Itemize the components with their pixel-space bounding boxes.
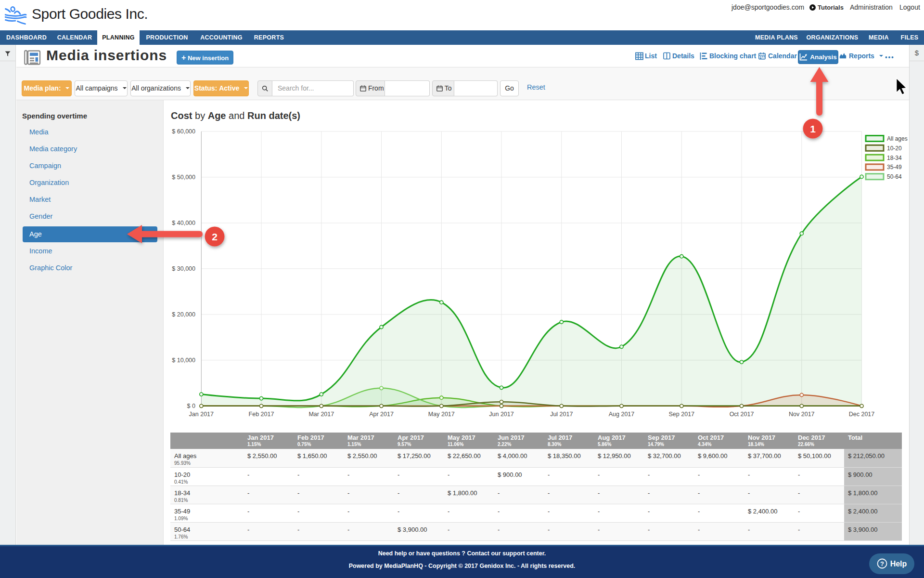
svg-text:Sep 2017: Sep 2017 bbox=[669, 411, 695, 418]
svg-text:Jan 2017: Jan 2017 bbox=[189, 411, 214, 418]
svg-text:$ 10,000: $ 10,000 bbox=[172, 357, 195, 364]
svg-text:$ 50,000: $ 50,000 bbox=[172, 174, 195, 181]
svg-text:Jun 2017: Jun 2017 bbox=[489, 411, 513, 418]
svg-text:$ 20,000: $ 20,000 bbox=[172, 311, 195, 318]
svg-text:1: 1 bbox=[810, 123, 816, 134]
svg-text:$ 60,000: $ 60,000 bbox=[172, 128, 195, 135]
svg-text:10-20: 10-20 bbox=[887, 145, 902, 152]
svg-text:All ages: All ages bbox=[887, 135, 908, 142]
svg-text:2: 2 bbox=[212, 231, 218, 242]
svg-text:May 2017: May 2017 bbox=[428, 411, 455, 418]
svg-text:Dec 2017: Dec 2017 bbox=[849, 411, 875, 418]
svg-text:Apr 2017: Apr 2017 bbox=[369, 411, 394, 418]
svg-text:Mar 2017: Mar 2017 bbox=[308, 411, 334, 418]
svg-text:$ 30,000: $ 30,000 bbox=[172, 265, 195, 272]
svg-text:Jul 2017: Jul 2017 bbox=[550, 411, 573, 418]
svg-text:Oct 2017: Oct 2017 bbox=[730, 411, 754, 418]
svg-text:$ 40,000: $ 40,000 bbox=[172, 220, 195, 226]
svg-text:Feb 2017: Feb 2017 bbox=[249, 411, 274, 418]
svg-text:35-49: 35-49 bbox=[887, 164, 902, 171]
svg-text:Nov 2017: Nov 2017 bbox=[789, 411, 815, 418]
svg-text:$ 0: $ 0 bbox=[187, 403, 195, 409]
svg-text:18-34: 18-34 bbox=[887, 155, 902, 161]
svg-text:50-64: 50-64 bbox=[887, 173, 902, 180]
svg-text:Aug 2017: Aug 2017 bbox=[609, 411, 635, 418]
